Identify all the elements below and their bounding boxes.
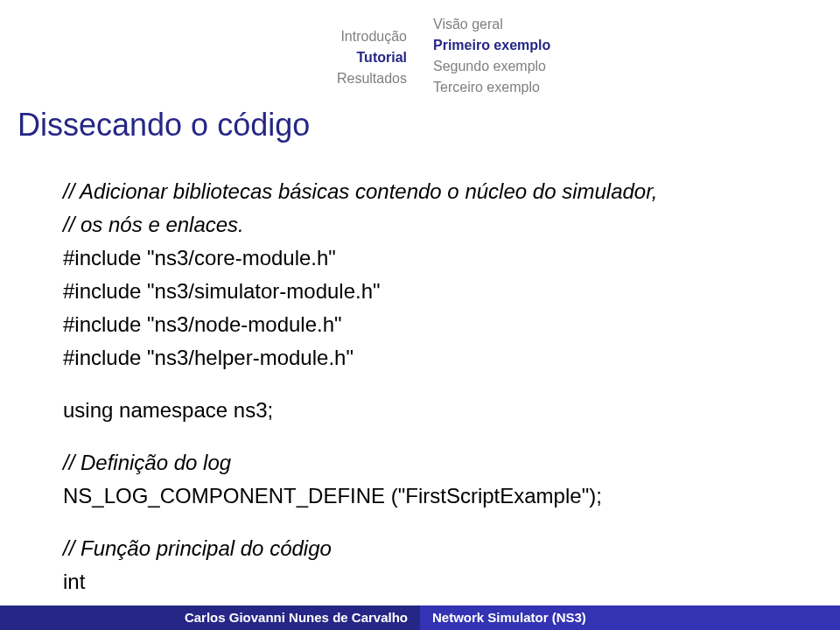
nav-left-1[interactable]: Tutorial: [337, 47, 407, 68]
nav-left-0[interactable]: Introdução: [337, 26, 407, 47]
nav-right-0[interactable]: Visão geral: [433, 14, 550, 35]
nav-sections: Introdução Tutorial Resultados: [337, 26, 407, 89]
code-line: #include "ns3/core-module.h": [63, 242, 805, 275]
code-line: #include "ns3/helper-module.h": [63, 341, 805, 374]
nav-subsections: Visão geral Primeiro exemplo Segundo exe…: [433, 14, 550, 98]
code-line: #include "ns3/node-module.h": [63, 308, 805, 341]
footer-title: Network Simulator (NS3): [420, 606, 840, 630]
code-line: using namespace ns3;: [63, 394, 805, 427]
code-line: // Definição do log: [63, 446, 805, 480]
code-line: // Adicionar bibliotecas básicas contend…: [63, 175, 805, 208]
code-line: // os nós e enlaces.: [63, 208, 805, 242]
footer-author: Carlos Giovanni Nunes de Carvalho: [0, 606, 420, 630]
code-line: int: [63, 565, 805, 598]
code-spacer: [63, 513, 805, 532]
nav-right-1[interactable]: Primeiro exemplo: [433, 35, 550, 56]
code-line: // Função principal do código: [63, 532, 805, 565]
code-spacer: [63, 374, 805, 394]
code-spacer: [63, 427, 805, 446]
nav-right-2[interactable]: Segundo exemplo: [433, 56, 550, 77]
nav-left-2[interactable]: Resultados: [337, 68, 407, 89]
code-line: NS_LOG_COMPONENT_DEFINE ("FirstScriptExa…: [63, 480, 805, 513]
nav-right-3[interactable]: Terceiro exemplo: [433, 77, 550, 98]
slide-title: Dissecando o código: [18, 107, 310, 144]
slide-root: Introdução Tutorial Resultados Visão ger…: [0, 0, 840, 630]
code-block: // Adicionar bibliotecas básicas contend…: [63, 175, 805, 630]
code-line: #include "ns3/simulator-module.h": [63, 275, 805, 308]
slide-footer: Carlos Giovanni Nunes de Carvalho Networ…: [0, 606, 840, 630]
